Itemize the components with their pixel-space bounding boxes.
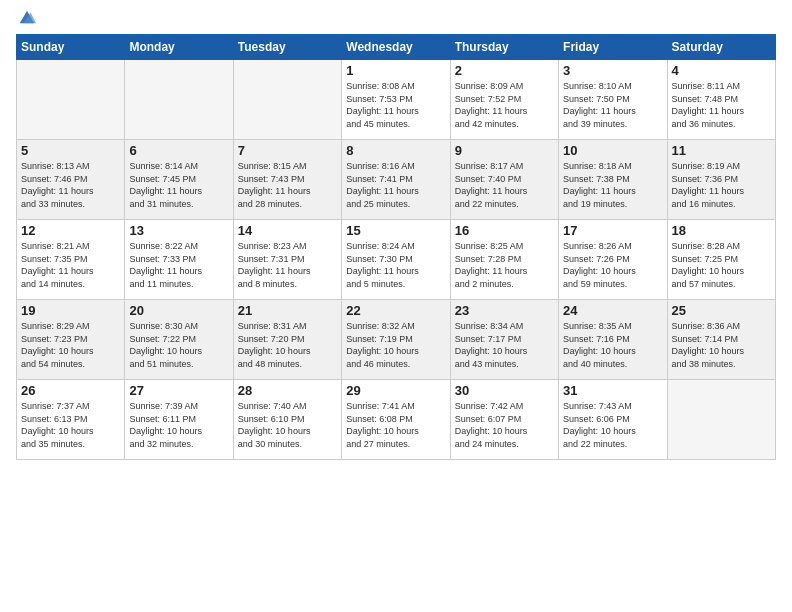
weekday-header: Thursday xyxy=(450,35,558,60)
weekday-header: Saturday xyxy=(667,35,775,60)
day-number: 24 xyxy=(563,303,662,318)
day-info: Sunrise: 8:16 AM Sunset: 7:41 PM Dayligh… xyxy=(346,160,445,210)
calendar-cell: 4Sunrise: 8:11 AM Sunset: 7:48 PM Daylig… xyxy=(667,60,775,140)
calendar-cell: 7Sunrise: 8:15 AM Sunset: 7:43 PM Daylig… xyxy=(233,140,341,220)
day-info: Sunrise: 8:11 AM Sunset: 7:48 PM Dayligh… xyxy=(672,80,771,130)
calendar-cell: 27Sunrise: 7:39 AM Sunset: 6:11 PM Dayli… xyxy=(125,380,233,460)
calendar-cell: 17Sunrise: 8:26 AM Sunset: 7:26 PM Dayli… xyxy=(559,220,667,300)
calendar-week-row: 26Sunrise: 7:37 AM Sunset: 6:13 PM Dayli… xyxy=(17,380,776,460)
day-number: 7 xyxy=(238,143,337,158)
calendar-cell xyxy=(125,60,233,140)
calendar-week-row: 19Sunrise: 8:29 AM Sunset: 7:23 PM Dayli… xyxy=(17,300,776,380)
calendar-cell: 23Sunrise: 8:34 AM Sunset: 7:17 PM Dayli… xyxy=(450,300,558,380)
calendar-cell: 6Sunrise: 8:14 AM Sunset: 7:45 PM Daylig… xyxy=(125,140,233,220)
calendar-table: SundayMondayTuesdayWednesdayThursdayFrid… xyxy=(16,34,776,460)
day-info: Sunrise: 8:10 AM Sunset: 7:50 PM Dayligh… xyxy=(563,80,662,130)
day-info: Sunrise: 8:30 AM Sunset: 7:22 PM Dayligh… xyxy=(129,320,228,370)
calendar-cell: 13Sunrise: 8:22 AM Sunset: 7:33 PM Dayli… xyxy=(125,220,233,300)
day-info: Sunrise: 8:26 AM Sunset: 7:26 PM Dayligh… xyxy=(563,240,662,290)
day-number: 20 xyxy=(129,303,228,318)
logo-icon xyxy=(18,8,36,26)
day-number: 10 xyxy=(563,143,662,158)
calendar-cell: 16Sunrise: 8:25 AM Sunset: 7:28 PM Dayli… xyxy=(450,220,558,300)
calendar-cell xyxy=(233,60,341,140)
calendar-cell: 20Sunrise: 8:30 AM Sunset: 7:22 PM Dayli… xyxy=(125,300,233,380)
calendar-cell: 3Sunrise: 8:10 AM Sunset: 7:50 PM Daylig… xyxy=(559,60,667,140)
calendar-cell: 21Sunrise: 8:31 AM Sunset: 7:20 PM Dayli… xyxy=(233,300,341,380)
day-info: Sunrise: 8:19 AM Sunset: 7:36 PM Dayligh… xyxy=(672,160,771,210)
day-info: Sunrise: 8:34 AM Sunset: 7:17 PM Dayligh… xyxy=(455,320,554,370)
day-info: Sunrise: 8:22 AM Sunset: 7:33 PM Dayligh… xyxy=(129,240,228,290)
day-number: 14 xyxy=(238,223,337,238)
weekday-header: Friday xyxy=(559,35,667,60)
day-info: Sunrise: 8:35 AM Sunset: 7:16 PM Dayligh… xyxy=(563,320,662,370)
calendar-cell: 24Sunrise: 8:35 AM Sunset: 7:16 PM Dayli… xyxy=(559,300,667,380)
weekday-header: Monday xyxy=(125,35,233,60)
day-number: 28 xyxy=(238,383,337,398)
day-info: Sunrise: 8:32 AM Sunset: 7:19 PM Dayligh… xyxy=(346,320,445,370)
day-number: 9 xyxy=(455,143,554,158)
day-number: 2 xyxy=(455,63,554,78)
calendar-cell: 11Sunrise: 8:19 AM Sunset: 7:36 PM Dayli… xyxy=(667,140,775,220)
day-number: 8 xyxy=(346,143,445,158)
calendar-cell: 22Sunrise: 8:32 AM Sunset: 7:19 PM Dayli… xyxy=(342,300,450,380)
day-number: 11 xyxy=(672,143,771,158)
day-number: 18 xyxy=(672,223,771,238)
calendar-cell: 1Sunrise: 8:08 AM Sunset: 7:53 PM Daylig… xyxy=(342,60,450,140)
day-info: Sunrise: 8:31 AM Sunset: 7:20 PM Dayligh… xyxy=(238,320,337,370)
day-number: 12 xyxy=(21,223,120,238)
day-info: Sunrise: 8:25 AM Sunset: 7:28 PM Dayligh… xyxy=(455,240,554,290)
calendar-cell: 15Sunrise: 8:24 AM Sunset: 7:30 PM Dayli… xyxy=(342,220,450,300)
calendar-cell: 28Sunrise: 7:40 AM Sunset: 6:10 PM Dayli… xyxy=(233,380,341,460)
day-info: Sunrise: 7:43 AM Sunset: 6:06 PM Dayligh… xyxy=(563,400,662,450)
calendar-cell: 2Sunrise: 8:09 AM Sunset: 7:52 PM Daylig… xyxy=(450,60,558,140)
day-number: 4 xyxy=(672,63,771,78)
day-info: Sunrise: 7:37 AM Sunset: 6:13 PM Dayligh… xyxy=(21,400,120,450)
day-number: 19 xyxy=(21,303,120,318)
calendar-cell: 12Sunrise: 8:21 AM Sunset: 7:35 PM Dayli… xyxy=(17,220,125,300)
day-info: Sunrise: 8:17 AM Sunset: 7:40 PM Dayligh… xyxy=(455,160,554,210)
calendar-cell xyxy=(17,60,125,140)
day-number: 27 xyxy=(129,383,228,398)
calendar-cell: 29Sunrise: 7:41 AM Sunset: 6:08 PM Dayli… xyxy=(342,380,450,460)
calendar-page: SundayMondayTuesdayWednesdayThursdayFrid… xyxy=(0,0,792,612)
day-number: 25 xyxy=(672,303,771,318)
day-number: 15 xyxy=(346,223,445,238)
calendar-cell: 26Sunrise: 7:37 AM Sunset: 6:13 PM Dayli… xyxy=(17,380,125,460)
day-number: 22 xyxy=(346,303,445,318)
calendar-cell: 5Sunrise: 8:13 AM Sunset: 7:46 PM Daylig… xyxy=(17,140,125,220)
calendar-cell: 25Sunrise: 8:36 AM Sunset: 7:14 PM Dayli… xyxy=(667,300,775,380)
day-number: 16 xyxy=(455,223,554,238)
weekday-header: Wednesday xyxy=(342,35,450,60)
day-info: Sunrise: 8:09 AM Sunset: 7:52 PM Dayligh… xyxy=(455,80,554,130)
day-info: Sunrise: 8:28 AM Sunset: 7:25 PM Dayligh… xyxy=(672,240,771,290)
calendar-cell: 31Sunrise: 7:43 AM Sunset: 6:06 PM Dayli… xyxy=(559,380,667,460)
calendar-cell: 18Sunrise: 8:28 AM Sunset: 7:25 PM Dayli… xyxy=(667,220,775,300)
calendar-cell: 30Sunrise: 7:42 AM Sunset: 6:07 PM Dayli… xyxy=(450,380,558,460)
calendar-cell xyxy=(667,380,775,460)
logo xyxy=(16,10,36,26)
calendar-week-row: 1Sunrise: 8:08 AM Sunset: 7:53 PM Daylig… xyxy=(17,60,776,140)
day-number: 26 xyxy=(21,383,120,398)
day-info: Sunrise: 7:40 AM Sunset: 6:10 PM Dayligh… xyxy=(238,400,337,450)
day-info: Sunrise: 8:15 AM Sunset: 7:43 PM Dayligh… xyxy=(238,160,337,210)
day-number: 17 xyxy=(563,223,662,238)
day-number: 6 xyxy=(129,143,228,158)
day-info: Sunrise: 7:41 AM Sunset: 6:08 PM Dayligh… xyxy=(346,400,445,450)
day-number: 3 xyxy=(563,63,662,78)
day-info: Sunrise: 8:21 AM Sunset: 7:35 PM Dayligh… xyxy=(21,240,120,290)
day-info: Sunrise: 8:14 AM Sunset: 7:45 PM Dayligh… xyxy=(129,160,228,210)
calendar-week-row: 12Sunrise: 8:21 AM Sunset: 7:35 PM Dayli… xyxy=(17,220,776,300)
calendar-cell: 8Sunrise: 8:16 AM Sunset: 7:41 PM Daylig… xyxy=(342,140,450,220)
weekday-header: Tuesday xyxy=(233,35,341,60)
day-info: Sunrise: 8:13 AM Sunset: 7:46 PM Dayligh… xyxy=(21,160,120,210)
day-number: 5 xyxy=(21,143,120,158)
day-number: 30 xyxy=(455,383,554,398)
day-info: Sunrise: 7:42 AM Sunset: 6:07 PM Dayligh… xyxy=(455,400,554,450)
day-info: Sunrise: 8:24 AM Sunset: 7:30 PM Dayligh… xyxy=(346,240,445,290)
day-number: 31 xyxy=(563,383,662,398)
day-info: Sunrise: 8:18 AM Sunset: 7:38 PM Dayligh… xyxy=(563,160,662,210)
header xyxy=(16,10,776,26)
day-number: 23 xyxy=(455,303,554,318)
day-info: Sunrise: 8:23 AM Sunset: 7:31 PM Dayligh… xyxy=(238,240,337,290)
